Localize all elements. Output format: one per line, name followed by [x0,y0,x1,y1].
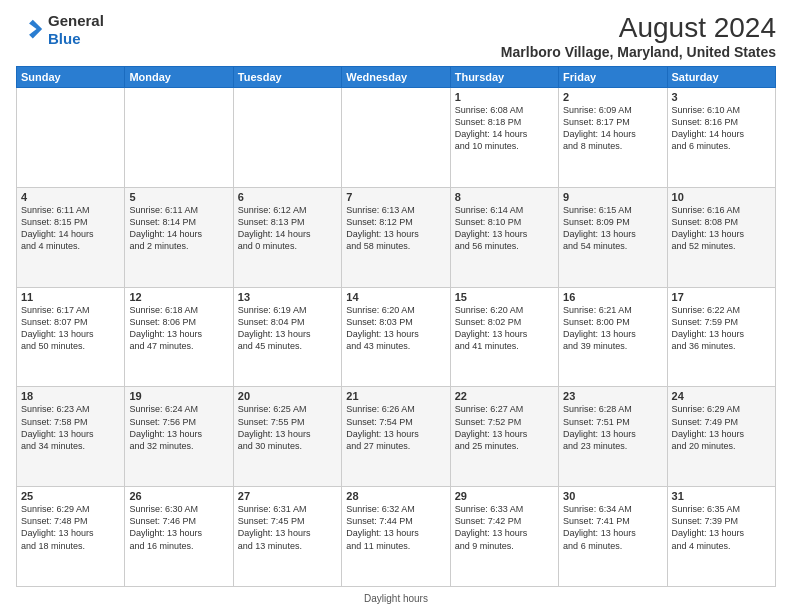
day-number: 1 [455,91,554,103]
calendar-cell: 30Sunrise: 6:34 AM Sunset: 7:41 PM Dayli… [559,487,667,587]
calendar-cell: 24Sunrise: 6:29 AM Sunset: 7:49 PM Dayli… [667,387,775,487]
calendar-cell: 11Sunrise: 6:17 AM Sunset: 8:07 PM Dayli… [17,287,125,387]
location-subtitle: Marlboro Village, Maryland, United State… [501,44,776,60]
day-number: 31 [672,490,771,502]
calendar-cell: 10Sunrise: 6:16 AM Sunset: 8:08 PM Dayli… [667,187,775,287]
calendar-cell: 28Sunrise: 6:32 AM Sunset: 7:44 PM Dayli… [342,487,450,587]
calendar-cell: 12Sunrise: 6:18 AM Sunset: 8:06 PM Dayli… [125,287,233,387]
day-info: Sunrise: 6:26 AM Sunset: 7:54 PM Dayligh… [346,403,445,452]
day-info: Sunrise: 6:24 AM Sunset: 7:56 PM Dayligh… [129,403,228,452]
day-number: 28 [346,490,445,502]
logo-blue: Blue [48,30,104,48]
day-number: 26 [129,490,228,502]
calendar-day-header: Friday [559,67,667,88]
day-number: 12 [129,291,228,303]
calendar-day-header: Sunday [17,67,125,88]
day-number: 19 [129,390,228,402]
day-number: 25 [21,490,120,502]
main-title: August 2024 [501,12,776,44]
calendar-day-header: Monday [125,67,233,88]
page-header: General Blue August 2024 Marlboro Villag… [16,12,776,60]
daylight-label: Daylight hours [364,593,428,604]
day-info: Sunrise: 6:19 AM Sunset: 8:04 PM Dayligh… [238,304,337,353]
calendar-cell: 31Sunrise: 6:35 AM Sunset: 7:39 PM Dayli… [667,487,775,587]
calendar-cell: 16Sunrise: 6:21 AM Sunset: 8:00 PM Dayli… [559,287,667,387]
day-info: Sunrise: 6:27 AM Sunset: 7:52 PM Dayligh… [455,403,554,452]
calendar-cell: 19Sunrise: 6:24 AM Sunset: 7:56 PM Dayli… [125,387,233,487]
day-info: Sunrise: 6:21 AM Sunset: 8:00 PM Dayligh… [563,304,662,353]
day-number: 10 [672,191,771,203]
calendar-cell [233,88,341,188]
day-number: 2 [563,91,662,103]
calendar-cell: 26Sunrise: 6:30 AM Sunset: 7:46 PM Dayli… [125,487,233,587]
calendar-cell: 29Sunrise: 6:33 AM Sunset: 7:42 PM Dayli… [450,487,558,587]
day-info: Sunrise: 6:20 AM Sunset: 8:02 PM Dayligh… [455,304,554,353]
calendar-cell: 8Sunrise: 6:14 AM Sunset: 8:10 PM Daylig… [450,187,558,287]
day-number: 21 [346,390,445,402]
day-info: Sunrise: 6:31 AM Sunset: 7:45 PM Dayligh… [238,503,337,552]
day-info: Sunrise: 6:17 AM Sunset: 8:07 PM Dayligh… [21,304,120,353]
calendar-cell [17,88,125,188]
calendar-table: SundayMondayTuesdayWednesdayThursdayFrid… [16,66,776,587]
logo: General Blue [16,12,104,48]
day-info: Sunrise: 6:10 AM Sunset: 8:16 PM Dayligh… [672,104,771,153]
day-number: 13 [238,291,337,303]
day-info: Sunrise: 6:25 AM Sunset: 7:55 PM Dayligh… [238,403,337,452]
calendar-cell: 22Sunrise: 6:27 AM Sunset: 7:52 PM Dayli… [450,387,558,487]
day-number: 22 [455,390,554,402]
day-info: Sunrise: 6:13 AM Sunset: 8:12 PM Dayligh… [346,204,445,253]
day-info: Sunrise: 6:22 AM Sunset: 7:59 PM Dayligh… [672,304,771,353]
calendar-cell: 23Sunrise: 6:28 AM Sunset: 7:51 PM Dayli… [559,387,667,487]
calendar-cell [125,88,233,188]
day-info: Sunrise: 6:18 AM Sunset: 8:06 PM Dayligh… [129,304,228,353]
calendar-cell [342,88,450,188]
calendar-cell: 20Sunrise: 6:25 AM Sunset: 7:55 PM Dayli… [233,387,341,487]
day-info: Sunrise: 6:23 AM Sunset: 7:58 PM Dayligh… [21,403,120,452]
day-info: Sunrise: 6:09 AM Sunset: 8:17 PM Dayligh… [563,104,662,153]
day-number: 27 [238,490,337,502]
day-number: 5 [129,191,228,203]
calendar-day-header: Thursday [450,67,558,88]
calendar-cell: 13Sunrise: 6:19 AM Sunset: 8:04 PM Dayli… [233,287,341,387]
day-info: Sunrise: 6:28 AM Sunset: 7:51 PM Dayligh… [563,403,662,452]
day-number: 15 [455,291,554,303]
day-number: 7 [346,191,445,203]
day-info: Sunrise: 6:11 AM Sunset: 8:15 PM Dayligh… [21,204,120,253]
day-number: 16 [563,291,662,303]
calendar-week-row: 25Sunrise: 6:29 AM Sunset: 7:48 PM Dayli… [17,487,776,587]
day-info: Sunrise: 6:29 AM Sunset: 7:48 PM Dayligh… [21,503,120,552]
day-number: 6 [238,191,337,203]
calendar-cell: 25Sunrise: 6:29 AM Sunset: 7:48 PM Dayli… [17,487,125,587]
calendar-day-header: Saturday [667,67,775,88]
day-info: Sunrise: 6:34 AM Sunset: 7:41 PM Dayligh… [563,503,662,552]
calendar-cell: 7Sunrise: 6:13 AM Sunset: 8:12 PM Daylig… [342,187,450,287]
calendar-cell: 27Sunrise: 6:31 AM Sunset: 7:45 PM Dayli… [233,487,341,587]
day-info: Sunrise: 6:12 AM Sunset: 8:13 PM Dayligh… [238,204,337,253]
calendar-cell: 17Sunrise: 6:22 AM Sunset: 7:59 PM Dayli… [667,287,775,387]
logo-icon [16,16,44,44]
calendar-cell: 2Sunrise: 6:09 AM Sunset: 8:17 PM Daylig… [559,88,667,188]
day-number: 9 [563,191,662,203]
calendar-day-header: Wednesday [342,67,450,88]
calendar-header-row: SundayMondayTuesdayWednesdayThursdayFrid… [17,67,776,88]
title-block: August 2024 Marlboro Village, Maryland, … [501,12,776,60]
calendar-cell: 6Sunrise: 6:12 AM Sunset: 8:13 PM Daylig… [233,187,341,287]
calendar-week-row: 18Sunrise: 6:23 AM Sunset: 7:58 PM Dayli… [17,387,776,487]
calendar-week-row: 1Sunrise: 6:08 AM Sunset: 8:18 PM Daylig… [17,88,776,188]
day-number: 23 [563,390,662,402]
day-info: Sunrise: 6:15 AM Sunset: 8:09 PM Dayligh… [563,204,662,253]
calendar-week-row: 11Sunrise: 6:17 AM Sunset: 8:07 PM Dayli… [17,287,776,387]
calendar-cell: 4Sunrise: 6:11 AM Sunset: 8:15 PM Daylig… [17,187,125,287]
calendar-footer: Daylight hours [16,591,776,604]
day-info: Sunrise: 6:29 AM Sunset: 7:49 PM Dayligh… [672,403,771,452]
logo-text: General Blue [48,12,104,48]
day-info: Sunrise: 6:32 AM Sunset: 7:44 PM Dayligh… [346,503,445,552]
calendar-cell: 18Sunrise: 6:23 AM Sunset: 7:58 PM Dayli… [17,387,125,487]
day-info: Sunrise: 6:35 AM Sunset: 7:39 PM Dayligh… [672,503,771,552]
day-info: Sunrise: 6:16 AM Sunset: 8:08 PM Dayligh… [672,204,771,253]
calendar-cell: 15Sunrise: 6:20 AM Sunset: 8:02 PM Dayli… [450,287,558,387]
day-info: Sunrise: 6:14 AM Sunset: 8:10 PM Dayligh… [455,204,554,253]
calendar-day-header: Tuesday [233,67,341,88]
day-info: Sunrise: 6:30 AM Sunset: 7:46 PM Dayligh… [129,503,228,552]
calendar-cell: 9Sunrise: 6:15 AM Sunset: 8:09 PM Daylig… [559,187,667,287]
